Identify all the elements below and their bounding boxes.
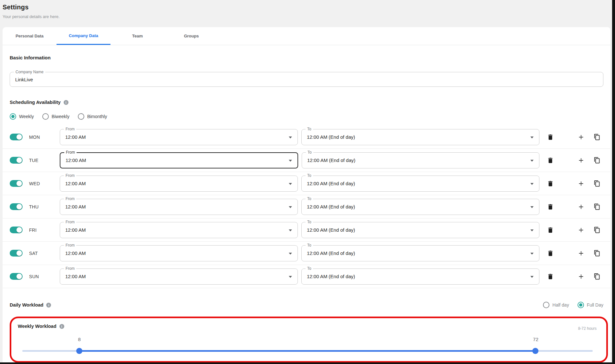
radio-circle-icon [10,113,16,120]
to-value: 12:00 AM (End of day) [302,250,355,256]
daily-workload-radio-group: Half dayFull Day [543,302,603,308]
add-interval-button[interactable] [575,247,588,260]
info-icon[interactable]: i [64,100,68,105]
to-time-select[interactable]: To 12:00 AM (End of day) [301,129,539,145]
tab-team[interactable]: Team [110,27,164,45]
daily-workload-row: Daily Workload i Half dayFull Day [10,297,603,313]
radio-biweekly[interactable]: Biweekly [42,113,69,120]
availability-day-row: MON From 12:00 AM To 12:00 AM (End of da… [3,126,610,149]
weekly-workload-slider[interactable]: 8 72 [22,345,593,358]
from-value: 12:00 AM [60,250,86,256]
day-label: TUE [29,158,60,163]
radio-bimonthly[interactable]: Bimonthly [78,113,107,120]
to-label: To [306,127,313,131]
delete-row-button[interactable] [544,270,557,283]
day-label: WED [29,181,60,186]
tab-personal-data[interactable]: Personal Data [3,27,57,45]
copy-icon [594,134,600,140]
copy-day-button[interactable] [590,200,603,213]
day-toggle[interactable] [10,180,23,187]
from-label: From [64,197,76,201]
to-value: 12:00 AM (End of day) [302,157,355,163]
delete-row-button[interactable] [544,247,557,260]
to-time-select[interactable]: To 12:00 AM (End of day) [301,245,539,261]
info-icon[interactable]: i [59,324,64,329]
dropdown-arrow-icon [289,276,292,278]
copy-day-button[interactable] [590,224,603,237]
add-interval-button[interactable] [575,270,588,283]
page-header: Settings Your personal details are here. [0,0,615,19]
to-time-select[interactable]: To 12:00 AM (End of day) [301,176,539,192]
day-toggle[interactable] [10,203,23,210]
radio-circle-icon [42,113,49,120]
to-time-select[interactable]: To 12:00 AM (End of day) [301,199,539,215]
to-time-select[interactable]: To 12:00 AM (End of day) [302,152,539,168]
copy-day-button[interactable] [590,177,603,190]
add-interval-button[interactable] [575,177,588,190]
day-toggle[interactable] [10,250,23,257]
from-label: From [64,127,76,131]
delete-row-button[interactable] [544,224,557,237]
add-interval-button[interactable] [575,131,588,144]
copy-day-button[interactable] [590,131,603,144]
delete-row-button[interactable] [544,177,557,190]
slider-handle-low[interactable] [76,348,82,354]
radio-circle-icon [543,302,549,308]
tab-company-data[interactable]: Company Data [57,27,110,45]
add-interval-button[interactable] [575,200,588,213]
info-icon[interactable]: i [46,303,51,308]
delete-row-button[interactable] [544,154,557,167]
from-time-select[interactable]: From 12:00 AM [60,222,298,238]
plus-icon [578,250,585,257]
settings-card: Personal DataCompany DataTeamGroups Basi… [3,27,610,364]
day-toggle[interactable] [10,227,23,233]
from-time-select[interactable]: From 12:00 AM [60,176,298,192]
add-interval-button[interactable] [575,154,588,167]
radio-full-day[interactable]: Full Day [578,302,603,308]
radio-weekly[interactable]: Weekly [10,113,34,120]
delete-row-button[interactable] [544,131,557,144]
to-label: To [306,266,313,271]
weekly-workload-heading: Weekly Workload i [18,324,64,329]
to-label: To [306,243,313,248]
from-time-select[interactable]: From 12:00 AM [60,129,298,145]
copy-day-button[interactable] [590,270,603,283]
day-toggle[interactable] [10,273,23,280]
from-time-select[interactable]: From 12:00 AM [60,152,298,168]
delete-row-button[interactable] [544,200,557,213]
dropdown-arrow-icon [530,253,534,255]
from-time-select[interactable]: From 12:00 AM [60,268,298,285]
screenshot-right-edge [612,0,615,364]
availability-day-row: SAT From 12:00 AM To 12:00 AM (End of da… [3,242,610,265]
slider-high-value: 72 [533,337,538,342]
weekly-workload-range-hint: 8-72 hours [578,326,597,331]
day-label: SUN [29,274,60,279]
tab-groups[interactable]: Groups [164,27,218,45]
radio-half-day[interactable]: Half day [543,302,569,308]
dropdown-arrow-icon [289,229,292,231]
from-time-select[interactable]: From 12:00 AM [60,199,298,215]
availability-day-row: THU From 12:00 AM To 12:00 AM (End of da… [3,195,610,218]
to-time-select[interactable]: To 12:00 AM (End of day) [301,268,539,285]
to-time-select[interactable]: To 12:00 AM (End of day) [301,222,539,238]
slider-handle-high[interactable] [532,348,538,354]
add-interval-button[interactable] [575,224,588,237]
scheduling-availability-heading: Scheduling Availability i [10,100,603,105]
page-title: Settings [3,4,615,11]
company-data-panel: Basic Information Company Name LinkLive … [3,55,610,363]
from-value: 12:00 AM [60,227,86,233]
from-time-select[interactable]: From 12:00 AM [60,245,298,261]
from-value: 12:00 AM [60,157,86,163]
from-label: From [64,173,76,178]
company-name-field[interactable]: Company Name LinkLive [10,72,603,87]
copy-icon [594,203,600,210]
availability-day-row: WED From 12:00 AM To 12:00 AM (End of da… [3,172,610,195]
from-value: 12:00 AM [60,204,86,209]
copy-day-button[interactable] [590,154,603,167]
frequency-radio-group: WeeklyBiweeklyBimonthly [10,113,603,120]
day-toggle[interactable] [10,134,23,140]
copy-day-button[interactable] [590,247,603,260]
trash-icon [547,157,554,164]
day-toggle[interactable] [10,157,23,164]
availability-day-row: FRI From 12:00 AM To 12:00 AM (End of da… [3,218,610,242]
